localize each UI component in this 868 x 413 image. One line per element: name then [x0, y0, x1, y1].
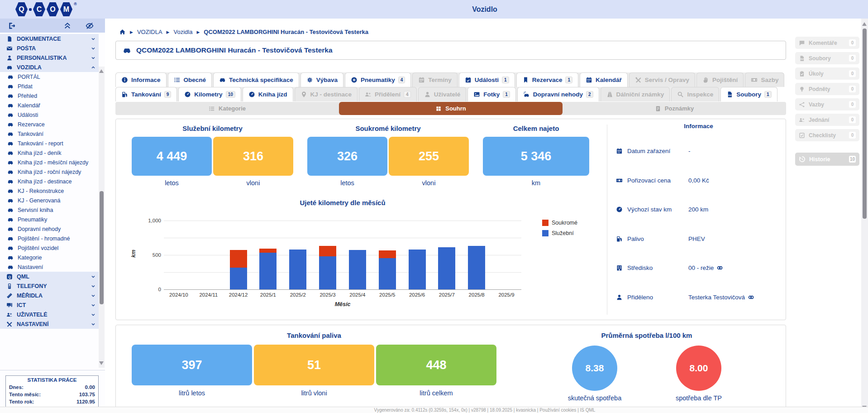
sidebar-group-po-ta[interactable]: POŠTA — [0, 43, 99, 53]
xtick-2025-8: 2025/8 — [469, 292, 485, 298]
tab-kniha-j-zd[interactable]: Kniha jízd — [243, 87, 293, 101]
fuel-section: Tankování paliva 39751448 litrů letoslit… — [132, 331, 496, 397]
rail-button-podn-ty[interactable]: Podněty0 — [795, 83, 859, 95]
ytick-500: 500 — [153, 252, 161, 258]
rail-button-jedn-n[interactable]: Jednání0 — [795, 114, 859, 126]
cal-icon — [586, 77, 592, 83]
tab-fotky[interactable]: Fotky1 — [467, 87, 516, 101]
sidebar-item-p-ehled[interactable]: Přehled — [0, 91, 99, 101]
sidebar-item-poji-t-n-hromadn[interactable]: Pojištění - hromadné — [0, 234, 99, 243]
page-scrollbar[interactable] — [861, 19, 868, 413]
sidebar-group-u-ivatel[interactable]: UŽIVATELÉ — [0, 310, 99, 319]
tab-kalend[interactable]: Kalendář — [580, 72, 628, 87]
breadcrumb-item-vozidla[interactable]: Vozidla — [173, 29, 192, 35]
collapse-all-icon[interactable] — [63, 22, 72, 30]
bar-sluzebni-2025-2 — [289, 250, 306, 289]
sidebar-item-p-idat[interactable]: Přidat — [0, 82, 99, 91]
sidebar-label-kniha-j-zd-den-k: Kniha jízd - deník — [18, 150, 96, 156]
sidebar-label-pneumatiky: Pneumatiky — [18, 216, 96, 223]
stat-group-slu-ebn-kilometry: Služební kilometry4 449316letosvloni — [132, 125, 293, 187]
sidebar-label-po-ta: POŠTA — [17, 45, 86, 52]
tab-label-kniha-j-zd: Kniha jízd — [258, 91, 287, 98]
subtab-pozn-mky[interactable]: Poznámky — [563, 102, 786, 115]
sidebar-group-m-idla[interactable]: MĚŘIDLA — [0, 291, 99, 300]
sidebar-label-kniha-j-zd-m-s-n-n-jezdy: Kniha jízd - měsíční nájezdy — [18, 159, 96, 166]
tab-dopravn-nehody[interactable]: Dopravní nehody2 — [517, 87, 599, 101]
tab-informace[interactable]: Informace — [115, 72, 167, 87]
tab-poji-t-n: Pojištění — [696, 72, 744, 87]
sidebar-group-dokumentace[interactable]: DOKUMENTACE — [0, 34, 99, 43]
sidebar-item-poji-t-n-vozidel[interactable]: Pojištění vozidel — [0, 243, 99, 253]
sidebar-group-vozidla[interactable]: VOZIDLA — [0, 62, 99, 72]
logout-icon[interactable] — [8, 22, 16, 30]
subtab-souhrn[interactable]: Souhrn — [339, 102, 563, 115]
sidebar-item-kniha-j-zd-den-k[interactable]: Kniha jízd - deník — [0, 148, 99, 158]
sidebar-item-kniha-j-zd-m-s-n-n-jezdy[interactable]: Kniha jízd - měsíční nájezdy — [0, 158, 99, 167]
sidebar-item-rezervace[interactable]: Rezervace — [0, 120, 99, 129]
speedo-icon — [248, 91, 255, 98]
rail-button-soubory[interactable]: Soubory0 — [795, 52, 859, 64]
sidebar-group-personalistika[interactable]: PERSONALISTIKA — [0, 53, 99, 62]
xtick-2024-11: 2024/11 — [199, 292, 218, 298]
tab-d-lni-n-zn-mky: Dálniční známky — [601, 87, 670, 101]
sidebar-item-nastaven[interactable]: Nastavení — [0, 262, 99, 272]
rail-button-checklisty[interactable]: Checklisty0 — [795, 129, 859, 141]
sidebar-group-qml[interactable]: QML — [0, 272, 99, 281]
grid-icon — [435, 106, 442, 112]
sidebar-item-kj-generovan[interactable]: KJ - Generovaná — [0, 196, 99, 205]
breadcrumb-item-vozidla[interactable]: VOZIDLA — [137, 29, 162, 35]
fuel-tile-litr-vloni: 51 — [254, 345, 374, 385]
tire-icon — [351, 77, 358, 83]
sidebar-item-kalend[interactable]: Kalendář — [0, 101, 99, 110]
chart-ylabel: km — [130, 250, 137, 257]
sidebar-item-kniha-j-zd-destinace[interactable]: Kniha jízd - destinace — [0, 177, 99, 186]
sidebar-item-kj-rekonstrukce[interactable]: KJ - Rekonstrukce — [0, 186, 99, 196]
tab-obecn[interactable]: Obecné — [168, 72, 212, 87]
eye-slash-icon[interactable] — [86, 22, 94, 30]
stats-year-value: 1120.95 — [76, 398, 95, 405]
subtab-kategorie[interactable]: Kategorie — [115, 102, 339, 115]
link-icon[interactable] — [716, 264, 723, 271]
sidebar-item-ud-losti[interactable]: Události — [0, 110, 99, 120]
sidebar-item-port-l[interactable]: PORTÁL — [0, 72, 99, 82]
tab-label-pneumatiky: Pneumatiky — [361, 77, 395, 83]
bar-2025-4 — [349, 250, 366, 289]
history-button[interactable]: Historie 10 — [795, 153, 859, 166]
sidebar-item-tankov-n-report[interactable]: Tankování - report — [0, 139, 99, 148]
tab-v-bava[interactable]: Výbava — [300, 72, 343, 87]
scroll-up-icon[interactable] — [862, 22, 867, 26]
tab-pneumatiky[interactable]: Pneumatiky4 — [345, 72, 411, 87]
scroll-down-icon[interactable] — [99, 361, 104, 365]
chevdown-icon — [91, 303, 96, 308]
rail-button-koly[interactable]: Úkoly0 — [795, 67, 859, 80]
xtick-2025-7: 2025/7 — [439, 292, 455, 298]
tab-tankov-n[interactable]: Tankování9 — [115, 87, 177, 101]
tab-ud-losti[interactable]: Události1 — [459, 72, 515, 87]
sidebar-item-pneumatiky[interactable]: Pneumatiky — [0, 215, 99, 224]
tab-sazby: Sazby — [745, 72, 784, 87]
sidebar-group-telefony[interactable]: TELEFONY — [0, 281, 99, 291]
link-icon[interactable] — [748, 294, 754, 301]
page-scrollbar-thumb[interactable] — [863, 29, 867, 219]
rail-button-koment-e[interactable]: Komentáře0 — [795, 37, 859, 49]
sidebar-item-kategorie[interactable]: Kategorie — [0, 253, 99, 262]
sidebar-item-kniha-j-zd-ro-n-n-jezdy[interactable]: Kniha jízd - roční nájezdy — [0, 167, 99, 177]
tab-technick-specifikace[interactable]: Technická specifikace — [213, 72, 299, 87]
home-icon[interactable] — [119, 29, 126, 35]
rail-button-vazby[interactable]: Vazby0 — [795, 98, 859, 110]
scroll-up-icon[interactable] — [99, 69, 104, 73]
sidebar-item-servisn-kniha[interactable]: Servisní kniha — [0, 205, 99, 215]
tab-rezervace[interactable]: Rezervace1 — [516, 72, 578, 87]
breadcrumb-item-qcom2022-lamborghini-hurac-n-testovi-ov-testerka[interactable]: QCOM2022 LAMBORGHINI Huracán - Testovičo… — [204, 29, 368, 35]
tab-kilometry[interactable]: Kilometry10 — [178, 87, 241, 101]
qcom-logo[interactable]: QCOM® — [15, 2, 77, 17]
sidebar-scrollbar[interactable] — [99, 67, 105, 368]
sidebar-group-nastaven[interactable]: NASTAVENÍ — [0, 319, 99, 329]
sidebar-scrollbar-thumb[interactable] — [100, 191, 104, 304]
sidebar-item-tankov-n[interactable]: Tankování — [0, 129, 99, 139]
car-icon — [7, 112, 14, 118]
tab-badge-rezervace: 1 — [565, 77, 572, 83]
sidebar-item-dopravn-nehody[interactable]: Dopravní nehody — [0, 224, 99, 234]
tab-soubory[interactable]: Soubory1 — [720, 87, 777, 101]
sidebar-group-ict[interactable]: ICT — [0, 300, 99, 310]
